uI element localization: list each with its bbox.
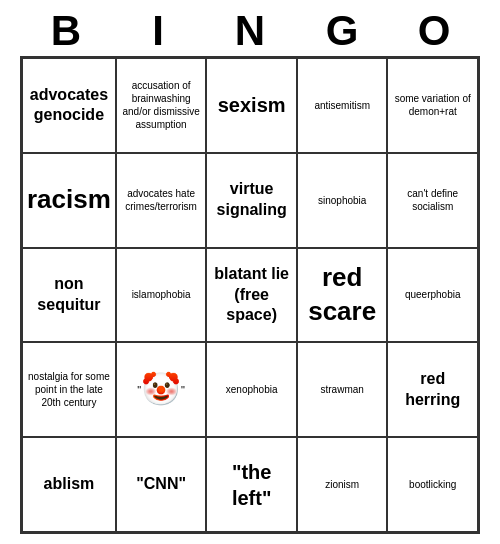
cell-text-9: can't define socialism (392, 187, 473, 213)
bingo-cell-24: bootlicking (387, 437, 478, 532)
cell-text-21: "CNN" (136, 474, 186, 495)
cell-text-13: red scare (302, 261, 383, 329)
bingo-cell-9: can't define socialism (387, 153, 478, 248)
cell-text-10: non sequitur (27, 274, 111, 316)
bingo-cell-19: red herring (387, 342, 478, 437)
bingo-cell-10: non sequitur (22, 248, 116, 343)
cell-text-11: islamophobia (132, 288, 191, 301)
bingo-cell-0: advocates genocide (22, 58, 116, 153)
bingo-cell-2: sexism (206, 58, 297, 153)
bingo-cell-17: xenophobia (206, 342, 297, 437)
cell-text-6: advocates hate crimes/terrorism (121, 187, 202, 213)
bingo-cell-11: islamophobia (116, 248, 207, 343)
clown-icon: 🤡 (141, 369, 181, 411)
cell-text-18: strawman (321, 383, 364, 396)
cell-text-19: red herring (392, 369, 473, 411)
cell-text-1: accusation of brainwashing and/or dismis… (121, 79, 202, 131)
letter-g: G (298, 10, 386, 52)
cell-text-17: xenophobia (226, 383, 278, 396)
cell-text-20: ablism (44, 474, 95, 495)
bingo-cell-1: accusation of brainwashing and/or dismis… (116, 58, 207, 153)
bingo-cell-18: strawman (297, 342, 388, 437)
cell-text-7: virtue signaling (211, 179, 292, 221)
bingo-grid: advocates genocideaccusation of brainwas… (20, 56, 480, 534)
cell-text-15: nostalgia for some point in the late 20t… (27, 370, 111, 409)
bingo-cell-22: "the left" (206, 437, 297, 532)
bingo-cell-4: some variation of demon+rat (387, 58, 478, 153)
bingo-cell-23: zionism (297, 437, 388, 532)
bingo-cell-7: virtue signaling (206, 153, 297, 248)
letter-o: O (390, 10, 478, 52)
bingo-cell-20: ablism (22, 437, 116, 532)
cell-text-12: blatant lie (free space) (211, 264, 292, 326)
letter-i: I (114, 10, 202, 52)
bingo-cell-14: queerphobia (387, 248, 478, 343)
cell-text-4: some variation of demon+rat (392, 92, 473, 118)
bingo-cell-3: antisemitism (297, 58, 388, 153)
cell-text-24: bootlicking (409, 478, 456, 491)
cell-text-3: antisemitism (314, 99, 370, 112)
bingo-cell-21: "CNN" (116, 437, 207, 532)
letter-n: N (206, 10, 294, 52)
letter-b: B (22, 10, 110, 52)
bingo-cell-6: advocates hate crimes/terrorism (116, 153, 207, 248)
cell-text-0: advocates genocide (27, 85, 111, 127)
cell-text-5: racism (27, 183, 111, 217)
bingo-cell-15: nostalgia for some point in the late 20t… (22, 342, 116, 437)
bingo-cell-13: red scare (297, 248, 388, 343)
cell-text-22: "the left" (211, 459, 292, 511)
bingo-cell-16: "🤡" (116, 342, 207, 437)
cell-text-8: sinophobia (318, 194, 366, 207)
cell-text-23: zionism (325, 478, 359, 491)
cell-text-2: sexism (218, 92, 286, 118)
cell-text-14: queerphobia (405, 288, 461, 301)
bingo-header: B I N G O (20, 10, 480, 52)
bingo-cell-8: sinophobia (297, 153, 388, 248)
bingo-cell-12: blatant lie (free space) (206, 248, 297, 343)
bingo-cell-5: racism (22, 153, 116, 248)
